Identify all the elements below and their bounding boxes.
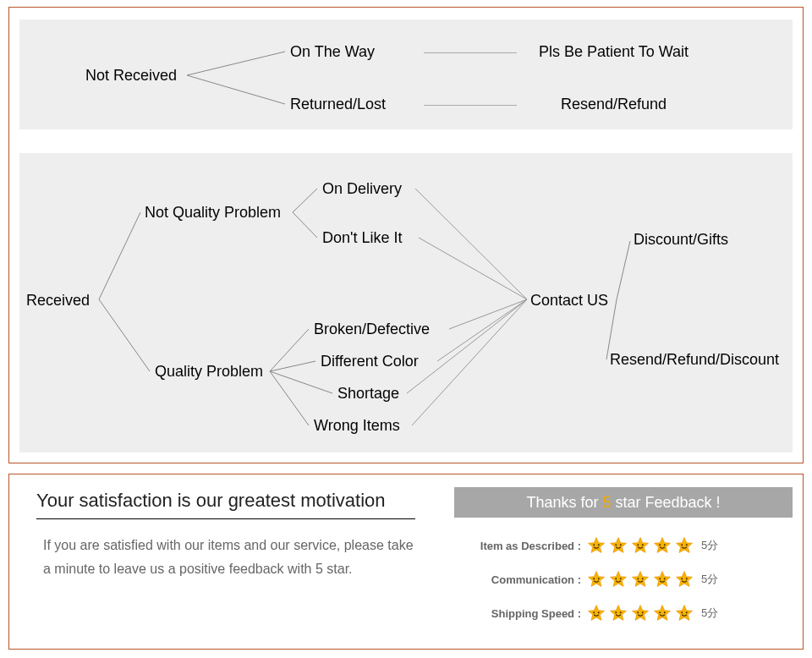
star-icon <box>652 535 672 556</box>
svg-point-41 <box>620 611 622 613</box>
node-resend-refund: Resend/Refund <box>561 96 667 113</box>
svg-point-18 <box>593 544 595 546</box>
svg-point-45 <box>664 611 666 613</box>
rating-stars-2 <box>586 603 694 623</box>
rating-score-2: 5分 <box>701 606 718 621</box>
star-icon <box>652 603 672 623</box>
svg-point-36 <box>681 578 683 579</box>
rating-label-0: Item as Described : <box>454 540 586 552</box>
feedback-panel: Your satisfaction is our greatest motiva… <box>8 474 804 650</box>
svg-point-47 <box>686 611 688 613</box>
node-discount-gifts: Discount/Gifts <box>634 231 728 249</box>
rating-label-1: Communication : <box>454 573 586 586</box>
rating-row-1: Communication : 5分 <box>454 569 793 589</box>
star-icon <box>608 535 628 556</box>
svg-point-34 <box>659 578 661 579</box>
hl-returned <box>424 105 517 106</box>
svg-point-39 <box>598 611 600 613</box>
star-icon <box>630 603 650 623</box>
svg-point-32 <box>637 578 639 579</box>
rating-label-2: Shipping Speed : <box>454 607 586 620</box>
rating-stars-1 <box>586 569 694 589</box>
node-broken: Broken/Defective <box>314 321 430 338</box>
star-icon <box>608 569 628 589</box>
star-icon <box>586 569 606 589</box>
page-root: Not Received On The Way Returned/Lost Pl… <box>0 0 812 658</box>
node-dont-like: Don't Like It <box>322 229 402 247</box>
svg-point-26 <box>681 544 683 546</box>
node-not-received: Not Received <box>85 67 177 85</box>
svg-point-21 <box>620 544 622 546</box>
svg-point-42 <box>637 611 639 613</box>
node-received: Received <box>26 292 90 310</box>
star-icon <box>630 535 650 556</box>
svg-point-20 <box>615 544 617 546</box>
svg-point-27 <box>686 544 688 546</box>
star-icon <box>652 569 672 589</box>
hl-ontheway <box>424 52 517 53</box>
thanks-bar: Thanks for 5 star Feedback ! <box>454 487 793 518</box>
node-resend-refund-discount: Resend/Refund/Discount <box>610 351 779 369</box>
thanks-post: star Feedback ! <box>612 494 721 511</box>
star-icon <box>674 603 694 623</box>
node-shortage: Shortage <box>337 385 399 403</box>
svg-point-37 <box>686 578 688 579</box>
svg-point-22 <box>637 544 639 546</box>
svg-point-30 <box>615 578 617 579</box>
star-icon <box>674 569 694 589</box>
rating-score-0: 5分 <box>701 538 718 553</box>
decision-panel: Not Received On The Way Returned/Lost Pl… <box>8 7 804 463</box>
received-box <box>19 153 793 452</box>
thanks-five: 5 <box>602 494 611 511</box>
thanks-pre: Thanks for <box>526 494 602 511</box>
rating-row-2: Shipping Speed : 5分 <box>454 603 793 623</box>
svg-point-35 <box>664 578 666 579</box>
node-on-the-way: On The Way <box>290 43 375 61</box>
rating-score-1: 5分 <box>701 572 718 587</box>
feedback-headline: Your satisfaction is our greatest motiva… <box>36 490 415 519</box>
node-wrong: Wrong Items <box>314 417 400 435</box>
svg-point-33 <box>642 578 644 579</box>
svg-point-29 <box>598 578 600 579</box>
star-icon <box>586 535 606 556</box>
rating-row-0: Item as Described : 5分 <box>454 535 793 556</box>
star-icon <box>608 603 628 623</box>
svg-point-31 <box>620 578 622 579</box>
svg-point-40 <box>615 611 617 613</box>
node-wait: Pls Be Patient To Wait <box>539 43 689 61</box>
rating-stars-0 <box>586 535 694 556</box>
svg-point-23 <box>642 544 644 546</box>
star-icon <box>586 603 606 623</box>
star-icon <box>674 535 694 556</box>
node-on-delivery: On Delivery <box>322 180 402 198</box>
svg-point-44 <box>659 611 661 613</box>
node-diff-color: Different Color <box>321 353 419 370</box>
svg-point-38 <box>593 611 595 613</box>
svg-point-43 <box>642 611 644 613</box>
feedback-subtext: If you are satisfied with our items and … <box>43 534 415 581</box>
svg-point-19 <box>598 544 600 546</box>
svg-point-46 <box>681 611 683 613</box>
node-nqp: Not Quality Problem <box>145 204 281 222</box>
node-contact-us: Contact US <box>530 292 608 310</box>
node-qp: Quality Problem <box>155 363 263 381</box>
svg-point-25 <box>664 544 666 546</box>
svg-point-24 <box>659 544 661 546</box>
star-icon <box>630 569 650 589</box>
node-returned-lost: Returned/Lost <box>290 96 386 113</box>
svg-point-28 <box>593 578 595 579</box>
